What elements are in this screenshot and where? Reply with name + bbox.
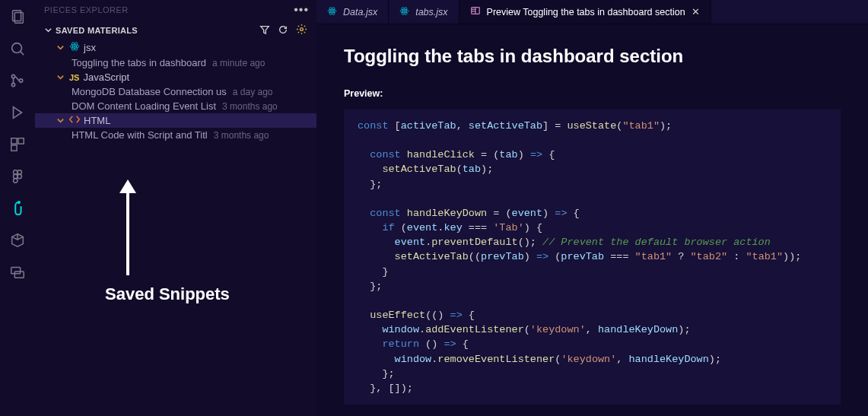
saved-materials-title: SAVED MATERIALS: [56, 26, 138, 35]
tree-group-javascript[interactable]: JS JavaScript: [35, 70, 316, 84]
saved-materials-header[interactable]: SAVED MATERIALS: [35, 21, 316, 39]
javascript-icon: JS: [69, 73, 79, 82]
close-icon[interactable]: ✕: [692, 6, 700, 17]
package-icon[interactable]: [7, 230, 28, 251]
svg-rect-16: [11, 268, 21, 274]
tree-item[interactable]: DOM Content Loading Event List 3 months …: [35, 99, 316, 113]
svg-point-22: [74, 46, 75, 47]
editor-area: Data.jsx tabs.jsx Preview Toggling the t…: [316, 0, 868, 416]
arrow-up-icon: [105, 176, 151, 283]
editor-tabs: Data.jsx tabs.jsx Preview Toggling the t…: [316, 0, 868, 24]
annotation-label: Saved Snippets: [105, 284, 230, 304]
svg-point-13: [14, 174, 18, 179]
run-debug-icon[interactable]: [7, 102, 28, 123]
refresh-icon[interactable]: [278, 24, 288, 37]
tree-group-label: jsx: [84, 42, 96, 53]
preview-heading: Preview:: [344, 88, 841, 99]
svg-point-2: [12, 43, 22, 53]
svg-point-10: [14, 170, 18, 175]
react-icon: [399, 6, 409, 18]
preview-content: Toggling the tabs in dashboard section P…: [316, 24, 868, 405]
tree-item-name: MongoDB Database Connection us: [72, 86, 227, 97]
sidebar-panel-title: PIECES EXPLORER: [44, 5, 129, 14]
extensions-icon[interactable]: [7, 134, 28, 155]
svg-point-11: [17, 170, 22, 175]
svg-point-4: [11, 75, 14, 78]
react-icon: [69, 41, 80, 54]
tree-item-time: 3 months ago: [222, 101, 278, 112]
page-title: Toggling the tabs in dashboard section: [344, 46, 841, 67]
chevron-down-icon: [44, 26, 52, 34]
tab-label: Data.jsx: [343, 7, 377, 17]
svg-rect-7: [11, 138, 17, 144]
gear-icon[interactable]: [296, 24, 307, 37]
tree-item[interactable]: Toggling the tabs in dashboard a minute …: [35, 56, 316, 70]
svg-point-32: [404, 10, 405, 11]
explorer-icon[interactable]: [7, 6, 28, 27]
more-actions-icon[interactable]: •••: [294, 3, 309, 17]
sidebar-panel: PIECES EXPLORER ••• SAVED MATERIALS jsx: [35, 0, 316, 416]
svg-point-18: [300, 28, 304, 31]
sidebar-panel-header: PIECES EXPLORER •••: [35, 0, 316, 21]
svg-line-3: [21, 52, 24, 56]
tree-item-name: HTML Code with Script and Titl: [72, 129, 208, 141]
saved-materials-tree: jsx Toggling the tabs in dashboard a min…: [35, 39, 316, 142]
figma-icon[interactable]: [7, 166, 28, 187]
chevron-down-icon: [56, 43, 65, 52]
svg-rect-17: [14, 272, 24, 278]
svg-rect-8: [18, 138, 24, 144]
svg-rect-9: [11, 145, 17, 151]
tree-item-time: a day ago: [233, 87, 273, 97]
svg-point-28: [332, 10, 333, 11]
svg-point-5: [11, 83, 14, 86]
svg-point-6: [19, 79, 22, 82]
tree-group-label: HTML: [84, 115, 110, 126]
preview-icon: [470, 5, 481, 18]
chevron-down-icon: [56, 73, 65, 81]
tree-item-name: Toggling the tabs in dashboard: [72, 57, 206, 68]
tree-group-html[interactable]: HTML: [35, 113, 316, 128]
tree-item-name: DOM Content Loading Event List: [72, 100, 216, 112]
tree-item-time: 3 months ago: [214, 130, 269, 141]
tab-tabs-jsx[interactable]: tabs.jsx: [389, 0, 459, 24]
annotation-callout: Saved Snippets: [105, 176, 230, 304]
tree-group-label: JavaScript: [83, 71, 129, 83]
tree-item[interactable]: HTML Code with Script and Titl 3 months …: [35, 128, 316, 142]
comments-icon[interactable]: [7, 262, 28, 283]
search-icon[interactable]: [7, 38, 28, 59]
tree-item[interactable]: MongoDB Database Connection us a day ago: [35, 84, 316, 99]
filter-icon[interactable]: [259, 24, 270, 37]
react-icon: [327, 6, 337, 18]
svg-point-15: [18, 202, 20, 203]
svg-marker-24: [119, 179, 136, 193]
pieces-icon[interactable]: [7, 198, 28, 219]
tree-group-jsx[interactable]: jsx: [35, 40, 316, 56]
tab-preview[interactable]: Preview Toggling the tabs in dashboard s…: [459, 0, 711, 24]
source-control-icon[interactable]: [7, 70, 28, 91]
chevron-down-icon: [56, 116, 65, 125]
svg-point-12: [17, 174, 22, 179]
tab-label: tabs.jsx: [415, 7, 447, 17]
activity-bar: [0, 0, 35, 416]
tab-data-jsx[interactable]: Data.jsx: [316, 0, 389, 24]
html-icon: [69, 115, 80, 126]
tab-label: Preview Toggling the tabs in dashboard s…: [487, 7, 685, 17]
code-preview: const [activeTab, setActiveTab] = useSta…: [344, 110, 841, 405]
tree-item-time: a minute ago: [212, 58, 265, 68]
svg-point-14: [14, 179, 18, 183]
